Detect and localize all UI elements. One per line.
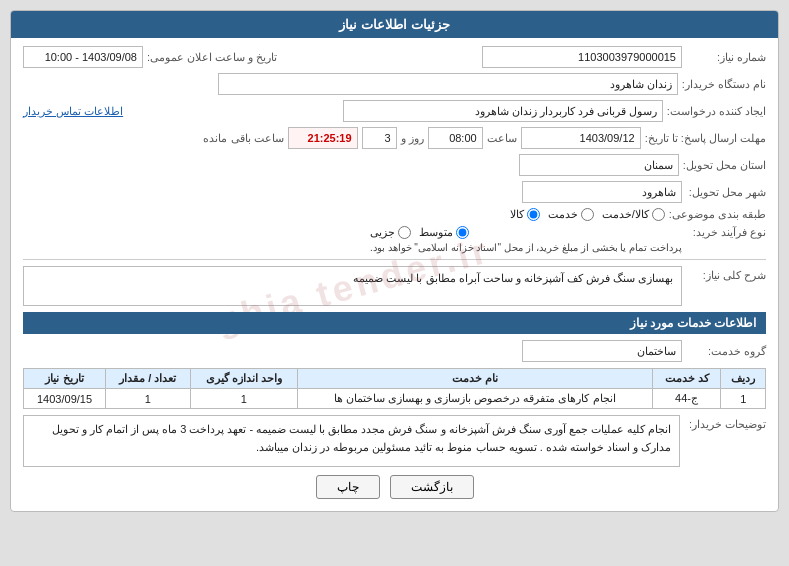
tabaqe-kala-khedmat-option[interactable]: کالا/خدمت [602,208,665,221]
back-button[interactable]: بازگشت [390,475,474,499]
col-kod: کد خدمت [652,369,721,389]
mohlat-saat-input [428,127,483,149]
ittilaat-khadamat-title: اطلاعات خدمات مورد نیاز [630,316,756,330]
ijad-konande-label: ایجاد کننده درخواست: [667,105,766,118]
cell-kod: ج-44 [652,389,721,409]
nam-dastgah-label: نام دستگاه خریدار: [682,78,766,91]
shomare-niaz-input[interactable] [482,46,682,68]
tabaqe-radio-group: کالا خدمت کالا/خدمت [510,208,665,221]
khadamat-table: ردیف کد خدمت نام خدمت واحد اندازه گیری ت… [23,368,766,409]
mohlat-rooz-input [362,127,397,149]
noe-jozi-option[interactable]: جزیی [370,226,411,239]
col-vahed: واحد اندازه گیری [190,369,297,389]
mohlat-date-input [521,127,641,149]
ittilaat-khadamat-header: اطلاعات خدمات مورد نیاز [23,312,766,334]
cell-nam: انجام کارهای متفرقه درخصوص بازسازی و بهس… [297,389,652,409]
shahr-input [522,181,682,203]
ittilaat-tamas-link[interactable]: اطلاعات تماس خریدار [23,105,123,118]
shahr-label: شهر محل تحویل: [686,186,766,199]
ostan-input [519,154,679,176]
sharh-text: بهسازی سنگ فرش کف آشپزخانه و ساحت آبراه … [353,272,673,284]
table-row: 1 ج-44 انجام کارهای متفرقه درخصوص بازساز… [24,389,766,409]
mohlat-label: مهلت ارسال پاسخ: تا تاریخ: [645,132,766,145]
tabaqe-label: طبقه بندی موضوعی: [669,208,766,221]
saat-label: ساعت [487,132,517,145]
goroh-label: گروه خدمت: [686,345,766,358]
col-tedad: تعداد / مقدار [106,369,191,389]
goroh-input [522,340,682,362]
shomare-niaz-label: شماره نیاز: [686,51,766,64]
ijad-konande-input [343,100,663,122]
tarikh-saat-label: تاریخ و ساعت اعلان عمومی: [147,51,277,64]
sharh-box: بهسازی سنگ فرش کف آشپزخانه و ساحت آبراه … [23,266,682,306]
noe-farayand-label: نوع فرآیند خرید: [686,226,766,239]
noe-farayand-note: پرداخت تمام یا بخشی از مبلغ خرید، از محل… [370,242,682,253]
noe-farayand-radio-group: جزیی متوسط [370,226,682,239]
mohlat-baqi-input [288,127,358,149]
ostan-label: استان محل تحویل: [683,159,766,172]
nam-dastgah-input [218,73,678,95]
cell-tarikh: 1403/09/15 [24,389,106,409]
tabaqe-kala-option[interactable]: کالا [510,208,540,221]
footer-buttons: بازگشت چاپ [23,475,766,499]
col-tarikh: تاریخ نیاز [24,369,106,389]
tozihat-text: انجام کلیه عملیات جمع آوری سنگ فرش آشپزخ… [52,423,671,453]
cell-vahed: 1 [190,389,297,409]
noe-motavaset-option[interactable]: متوسط [419,226,469,239]
rooz-label: روز و [401,132,424,145]
tozihat-label: توضیحات خریدار: [686,415,766,431]
col-radif: ردیف [721,369,766,389]
cell-tedad: 1 [106,389,191,409]
print-button[interactable]: چاپ [316,475,380,499]
page-header: جزئیات اطلاعات نیاز [11,11,778,38]
page-title: جزئیات اطلاعات نیاز [339,17,449,32]
baqi-mande-label: ساعت باقی مانده [203,132,283,145]
tozihat-box: انجام کلیه عملیات جمع آوری سنگ فرش آشپزخ… [23,415,680,467]
cell-radif: 1 [721,389,766,409]
tarikh-saat-input [23,46,143,68]
tabaqe-khedmat-option[interactable]: خدمت [548,208,594,221]
sharh-label: شرح کلی نیاز: [686,266,766,282]
col-nam: نام خدمت [297,369,652,389]
